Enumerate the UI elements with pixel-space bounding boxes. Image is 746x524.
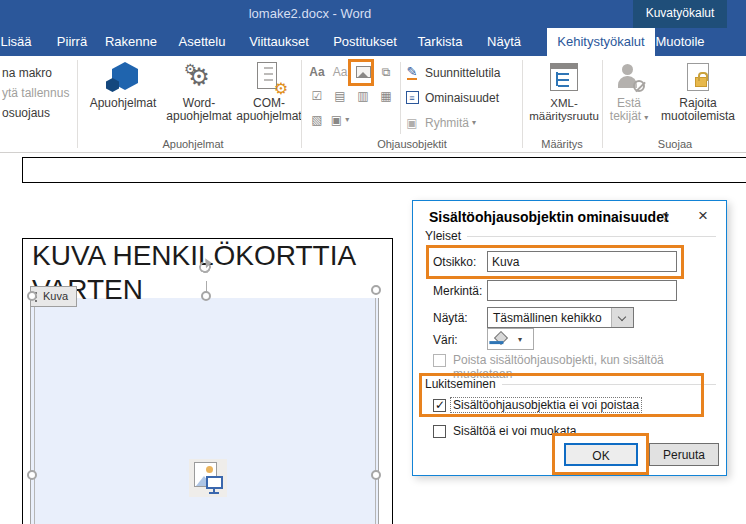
color-picker-button[interactable]: ▾ xyxy=(487,328,534,350)
tab-viittaukset[interactable]: Viittaukset xyxy=(244,28,314,56)
close-icon[interactable]: × xyxy=(693,206,713,226)
resize-handle-top-center[interactable] xyxy=(201,291,211,301)
tab-muotoile[interactable]: Muotoile xyxy=(633,28,727,56)
chevron-down-icon[interactable] xyxy=(611,308,633,327)
locking-highlight-box xyxy=(419,373,704,417)
addins-icon xyxy=(106,60,140,94)
show-as-value: Täsmällinen kehikko xyxy=(488,308,611,327)
tag-field-label: Merkintä: xyxy=(433,284,482,298)
word-addins-gears-icon: ⚙⚙ xyxy=(182,60,216,94)
properties-button[interactable]: ≡ Ominaisuudet xyxy=(404,87,500,108)
ribbon-tab-bar: Lisää Piirrä Rakenne Asettelu Viittaukse… xyxy=(0,28,746,56)
resize-handle-middle-left[interactable] xyxy=(27,470,37,480)
properties-icon: ≡ xyxy=(404,91,420,105)
protect-group-label: Suojaa xyxy=(606,138,744,150)
dropdown-list-control-icon[interactable]: ▥ xyxy=(352,85,374,106)
addins-group-label: Apuohjelmat xyxy=(84,138,302,150)
combo-box-control-icon[interactable]: ▤ xyxy=(329,85,351,106)
tab-lisaa[interactable]: Lisää xyxy=(0,28,46,56)
pause-recording-button: ytä tallennus xyxy=(2,86,69,100)
xml-mapping-pane-button[interactable]: XML-määritysruutu xyxy=(522,60,606,136)
com-addins-button[interactable]: ⚙ COM-apuohjelmat xyxy=(237,60,301,136)
addins-button[interactable]: Apuohjelmat xyxy=(86,60,160,136)
chevron-down-icon: ▾ xyxy=(518,335,522,344)
paint-bucket-icon xyxy=(494,331,508,345)
restrict-editing-button[interactable]: Rajoita muotoilemista xyxy=(654,60,742,136)
resize-handle-middle-right[interactable] xyxy=(371,470,381,480)
legacy-tools-icon[interactable]: ▣▾ xyxy=(329,109,351,130)
resize-handle-top-left[interactable] xyxy=(27,291,37,301)
tab-postitukset[interactable]: Postitukset xyxy=(330,28,400,56)
dialog-title: Sisältöohjausobjektin ominaisuudet xyxy=(429,209,669,225)
design-mode-button[interactable]: ✎ Suunnittelutila xyxy=(404,62,500,83)
building-block-control-icon[interactable]: ⧉ xyxy=(375,61,397,82)
tab-tarkista[interactable]: Tarkista xyxy=(405,28,475,56)
color-label: Väri: xyxy=(433,333,458,347)
ok-button-highlight-box xyxy=(552,433,649,475)
general-section-header: Yleiset xyxy=(425,229,716,243)
design-mode-icon: ✎ xyxy=(404,66,420,80)
macro-security-button[interactable]: osuojaus xyxy=(2,106,50,120)
tab-nayta[interactable]: Näytä xyxy=(469,28,539,56)
rich-text-control-icon[interactable]: Aa xyxy=(306,61,328,82)
picture-control-highlight-box xyxy=(348,59,374,86)
content-control-properties-dialog: Sisältöohjausobjektin ominaisuudet ? × Y… xyxy=(412,200,727,476)
group-separator xyxy=(77,60,78,148)
mapping-group-label: Määritys xyxy=(522,138,602,150)
window-title: lomake2.docx - Word xyxy=(0,6,620,21)
insert-picture-placeholder-icon[interactable] xyxy=(189,459,227,497)
repeating-section-control-icon[interactable]: ▧ xyxy=(306,109,328,130)
content-control-tag[interactable]: Kuva xyxy=(30,286,77,307)
title-row-highlight-box xyxy=(426,245,684,279)
controls-group-label: Ohjausobjektit xyxy=(302,138,522,150)
record-macro-button[interactable]: na makro xyxy=(2,66,52,80)
group-icon: ▣ xyxy=(404,116,420,130)
tab-rakenne[interactable]: Rakenne xyxy=(101,28,161,56)
table-cell-border xyxy=(22,157,746,183)
tab-asettelu[interactable]: Asettelu xyxy=(172,28,232,56)
subgroup-separator xyxy=(400,62,401,134)
help-button[interactable]: ? xyxy=(657,210,673,225)
ribbon: na makro ytä tallennus osuojaus Apuohjel… xyxy=(0,56,746,153)
com-addins-icon: ⚙ xyxy=(252,60,286,94)
remove-control-checkbox xyxy=(433,354,446,367)
checkbox-control-icon[interactable]: ☑ xyxy=(306,85,328,106)
show-as-select[interactable]: Täsmällinen kehikko xyxy=(487,307,634,328)
word-addins-button[interactable]: ⚙⚙ Word-apuohjelmat xyxy=(163,60,235,136)
content-control-border-line xyxy=(34,298,35,524)
tag-field[interactable] xyxy=(487,280,677,301)
group-separator xyxy=(301,60,302,148)
group-button: ▣ Ryhmitä▾ xyxy=(404,112,500,133)
contextual-group-label: Kuvatyökalut xyxy=(633,6,727,20)
xml-mapping-icon xyxy=(547,60,581,94)
rotate-handle[interactable] xyxy=(199,261,211,273)
word-window: lomake2.docx - Word Kuvatyökalut Lisää P… xyxy=(0,0,746,524)
group-separator xyxy=(602,60,603,148)
cancel-button[interactable]: Peruuta xyxy=(649,443,719,466)
cannot-edit-checkbox[interactable] xyxy=(433,425,446,438)
controls-subcolumn: ✎ Suunnittelutila ≡ Ominaisuudet ▣ Ryhmi… xyxy=(404,62,500,137)
date-picker-control-icon[interactable]: ▦ xyxy=(375,85,397,106)
block-authors-icon xyxy=(612,60,646,94)
tab-piirra[interactable]: Piirrä xyxy=(42,28,102,56)
show-as-label: Näytä: xyxy=(433,311,468,325)
resize-handle-top-right[interactable] xyxy=(371,285,381,295)
restrict-editing-icon xyxy=(681,60,715,94)
block-authors-button: Estä tekijät▾ xyxy=(606,60,652,136)
content-control-border-line xyxy=(375,298,376,524)
